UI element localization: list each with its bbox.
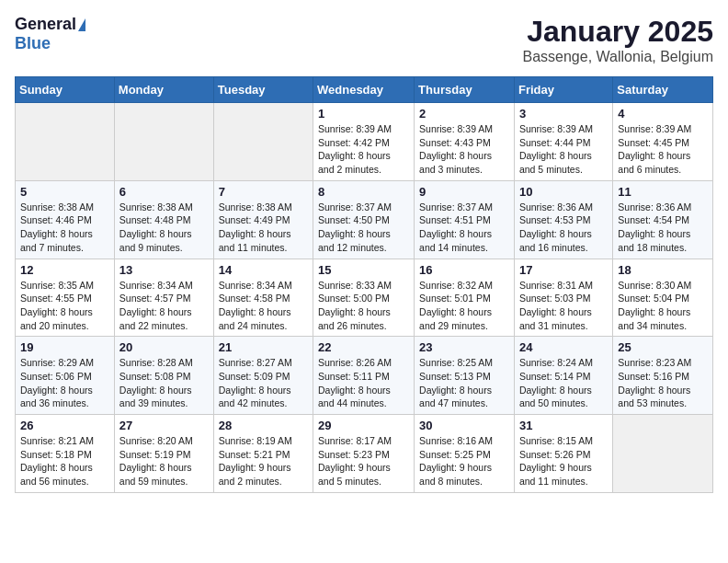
day-info: Sunrise: 8:35 AM Sunset: 4:55 PM Dayligh… [20, 279, 109, 333]
calendar-cell: 23Sunrise: 8:25 AM Sunset: 5:13 PM Dayli… [415, 337, 515, 415]
day-info: Sunrise: 8:19 AM Sunset: 5:21 PM Dayligh… [219, 434, 308, 488]
calendar-cell: 6Sunrise: 8:38 AM Sunset: 4:48 PM Daylig… [114, 180, 213, 259]
calendar-cell: 27Sunrise: 8:20 AM Sunset: 5:19 PM Dayli… [114, 415, 213, 493]
day-info: Sunrise: 8:39 AM Sunset: 4:42 PM Dayligh… [318, 122, 409, 177]
calendar-week-3: 12Sunrise: 8:35 AM Sunset: 4:55 PM Dayli… [16, 259, 713, 337]
calendar-week-5: 26Sunrise: 8:21 AM Sunset: 5:18 PM Dayli… [16, 415, 713, 493]
day-info: Sunrise: 8:21 AM Sunset: 5:18 PM Dayligh… [20, 434, 109, 488]
day-number: 19 [20, 340, 109, 354]
day-info: Sunrise: 8:36 AM Sunset: 4:54 PM Dayligh… [618, 201, 708, 255]
calendar-cell: 8Sunrise: 8:37 AM Sunset: 4:50 PM Daylig… [313, 180, 415, 259]
day-number: 13 [119, 263, 209, 277]
calendar-cell: 30Sunrise: 8:16 AM Sunset: 5:25 PM Dayli… [415, 415, 515, 493]
day-number: 1 [318, 107, 409, 121]
day-number: 27 [119, 419, 209, 432]
logo-general-text: General [15, 15, 76, 34]
day-info: Sunrise: 8:20 AM Sunset: 5:19 PM Dayligh… [119, 434, 209, 488]
day-info: Sunrise: 8:34 AM Sunset: 4:58 PM Dayligh… [219, 279, 308, 333]
day-info: Sunrise: 8:34 AM Sunset: 4:57 PM Dayligh… [119, 279, 209, 333]
day-number: 22 [318, 340, 409, 354]
day-number: 30 [419, 419, 509, 432]
calendar-cell: 24Sunrise: 8:24 AM Sunset: 5:14 PM Dayli… [514, 337, 612, 415]
day-number: 12 [20, 263, 109, 277]
weekday-header-row: SundayMondayTuesdayWednesdayThursdayFrid… [16, 77, 713, 103]
calendar-week-4: 19Sunrise: 8:29 AM Sunset: 5:06 PM Dayli… [16, 337, 713, 415]
calendar-cell: 7Sunrise: 8:38 AM Sunset: 4:49 PM Daylig… [213, 180, 313, 259]
calendar-title-area: January 2025 Bassenge, Wallonia, Belgium [522, 15, 713, 65]
calendar-cell [213, 103, 313, 181]
weekday-header-tuesday: Tuesday [213, 77, 313, 103]
calendar-cell: 31Sunrise: 8:15 AM Sunset: 5:26 PM Dayli… [514, 415, 612, 493]
day-number: 26 [20, 419, 109, 432]
logo-triangle-icon [78, 18, 85, 31]
day-info: Sunrise: 8:38 AM Sunset: 4:48 PM Dayligh… [119, 201, 209, 255]
weekday-header-monday: Monday [114, 77, 213, 103]
day-number: 18 [618, 263, 708, 277]
day-number: 15 [318, 263, 409, 277]
day-number: 31 [519, 419, 608, 432]
day-number: 29 [318, 419, 409, 432]
day-info: Sunrise: 8:39 AM Sunset: 4:44 PM Dayligh… [519, 122, 608, 177]
day-info: Sunrise: 8:36 AM Sunset: 4:53 PM Dayligh… [519, 201, 608, 255]
day-info: Sunrise: 8:25 AM Sunset: 5:13 PM Dayligh… [419, 356, 509, 410]
calendar-cell: 18Sunrise: 8:30 AM Sunset: 5:04 PM Dayli… [613, 259, 713, 337]
calendar-title: January 2025 [522, 15, 713, 49]
day-number: 9 [419, 185, 509, 199]
logo-blue-text: Blue [15, 34, 51, 53]
calendar-cell: 13Sunrise: 8:34 AM Sunset: 4:57 PM Dayli… [114, 259, 213, 337]
weekday-header-saturday: Saturday [613, 77, 713, 103]
calendar-cell: 20Sunrise: 8:28 AM Sunset: 5:08 PM Dayli… [114, 337, 213, 415]
day-info: Sunrise: 8:39 AM Sunset: 4:45 PM Dayligh… [618, 122, 708, 177]
day-info: Sunrise: 8:37 AM Sunset: 4:51 PM Dayligh… [419, 201, 509, 255]
calendar-cell [16, 103, 115, 181]
calendar-cell: 10Sunrise: 8:36 AM Sunset: 4:53 PM Dayli… [514, 180, 612, 259]
calendar-cell: 11Sunrise: 8:36 AM Sunset: 4:54 PM Dayli… [613, 180, 713, 259]
day-number: 7 [219, 185, 308, 199]
calendar-cell: 3Sunrise: 8:39 AM Sunset: 4:44 PM Daylig… [514, 103, 612, 181]
calendar-cell: 15Sunrise: 8:33 AM Sunset: 5:00 PM Dayli… [313, 259, 415, 337]
calendar-subtitle: Bassenge, Wallonia, Belgium [522, 49, 713, 65]
day-number: 11 [618, 185, 708, 199]
day-number: 16 [419, 263, 509, 277]
calendar-cell [114, 103, 213, 181]
day-number: 23 [419, 340, 509, 354]
day-number: 4 [618, 107, 708, 121]
day-info: Sunrise: 8:17 AM Sunset: 5:23 PM Dayligh… [318, 434, 409, 488]
day-info: Sunrise: 8:38 AM Sunset: 4:49 PM Dayligh… [219, 201, 308, 255]
day-number: 20 [119, 340, 209, 354]
day-info: Sunrise: 8:23 AM Sunset: 5:16 PM Dayligh… [618, 356, 708, 410]
day-number: 3 [519, 107, 608, 121]
day-info: Sunrise: 8:33 AM Sunset: 5:00 PM Dayligh… [318, 279, 409, 333]
day-number: 10 [519, 185, 608, 199]
calendar-cell: 17Sunrise: 8:31 AM Sunset: 5:03 PM Dayli… [514, 259, 612, 337]
calendar-cell: 22Sunrise: 8:26 AM Sunset: 5:11 PM Dayli… [313, 337, 415, 415]
day-info: Sunrise: 8:24 AM Sunset: 5:14 PM Dayligh… [519, 356, 608, 410]
day-info: Sunrise: 8:26 AM Sunset: 5:11 PM Dayligh… [318, 356, 409, 410]
calendar-cell: 29Sunrise: 8:17 AM Sunset: 5:23 PM Dayli… [313, 415, 415, 493]
calendar-cell: 5Sunrise: 8:38 AM Sunset: 4:46 PM Daylig… [16, 180, 115, 259]
day-info: Sunrise: 8:30 AM Sunset: 5:04 PM Dayligh… [618, 279, 708, 333]
calendar-cell: 12Sunrise: 8:35 AM Sunset: 4:55 PM Dayli… [16, 259, 115, 337]
day-info: Sunrise: 8:32 AM Sunset: 5:01 PM Dayligh… [419, 279, 509, 333]
calendar-cell: 19Sunrise: 8:29 AM Sunset: 5:06 PM Dayli… [16, 337, 115, 415]
calendar-cell: 26Sunrise: 8:21 AM Sunset: 5:18 PM Dayli… [16, 415, 115, 493]
calendar-cell: 21Sunrise: 8:27 AM Sunset: 5:09 PM Dayli… [213, 337, 313, 415]
day-info: Sunrise: 8:15 AM Sunset: 5:26 PM Dayligh… [519, 434, 608, 488]
page-header: General Blue January 2025 Bassenge, Wall… [15, 15, 713, 65]
day-number: 6 [119, 185, 209, 199]
day-number: 21 [219, 340, 308, 354]
day-number: 14 [219, 263, 308, 277]
calendar-table: SundayMondayTuesdayWednesdayThursdayFrid… [15, 76, 713, 493]
day-number: 25 [618, 340, 708, 354]
weekday-header-friday: Friday [514, 77, 612, 103]
calendar-week-1: 1Sunrise: 8:39 AM Sunset: 4:42 PM Daylig… [16, 103, 713, 181]
calendar-cell: 4Sunrise: 8:39 AM Sunset: 4:45 PM Daylig… [613, 103, 713, 181]
calendar-cell: 2Sunrise: 8:39 AM Sunset: 4:43 PM Daylig… [415, 103, 515, 181]
calendar-cell [613, 415, 713, 493]
day-number: 5 [20, 185, 109, 199]
day-info: Sunrise: 8:37 AM Sunset: 4:50 PM Dayligh… [318, 201, 409, 255]
day-info: Sunrise: 8:16 AM Sunset: 5:25 PM Dayligh… [419, 434, 509, 488]
calendar-cell: 28Sunrise: 8:19 AM Sunset: 5:21 PM Dayli… [213, 415, 313, 493]
logo: General Blue [15, 15, 85, 53]
day-number: 17 [519, 263, 608, 277]
